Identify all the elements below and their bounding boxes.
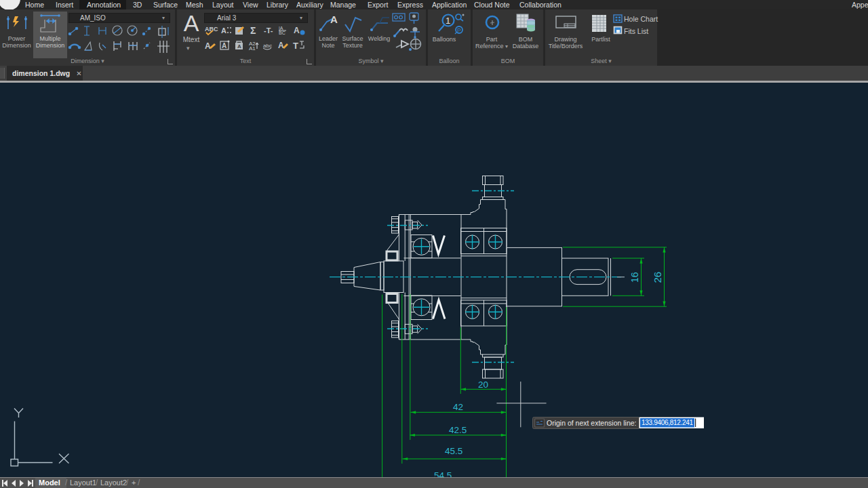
- svg-text:133.9406,812.241: 133.9406,812.241: [642, 419, 693, 426]
- svg-text:-T-: -T-: [264, 26, 273, 35]
- svg-text:P: P: [457, 27, 461, 34]
- svg-text:BC: BC: [279, 30, 285, 35]
- svg-text:20: 20: [478, 380, 488, 390]
- svg-text:26: 26: [652, 272, 663, 283]
- svg-text:42.5: 42.5: [449, 425, 467, 435]
- svg-text:A1: A1: [249, 45, 256, 52]
- svg-text:A: A: [294, 26, 300, 35]
- svg-text:Σ: Σ: [250, 25, 256, 36]
- svg-text:45.5: 45.5: [445, 446, 462, 456]
- svg-text:16: 16: [629, 272, 640, 283]
- svg-text:T: T: [293, 41, 298, 51]
- svg-text:A: A: [237, 43, 241, 49]
- svg-text:1: 1: [446, 16, 450, 26]
- svg-text:A: A: [222, 42, 226, 49]
- svg-text:A: A: [205, 41, 211, 51]
- svg-text:Origin of next extension line:: Origin of next extension line:: [547, 419, 637, 427]
- svg-text:A: A: [278, 41, 284, 50]
- svg-text:A: A: [221, 26, 226, 35]
- svg-text:54.5: 54.5: [434, 470, 452, 477]
- svg-text:A: A: [330, 14, 338, 25]
- svg-text:abc: abc: [263, 43, 272, 49]
- svg-text:42: 42: [453, 402, 463, 412]
